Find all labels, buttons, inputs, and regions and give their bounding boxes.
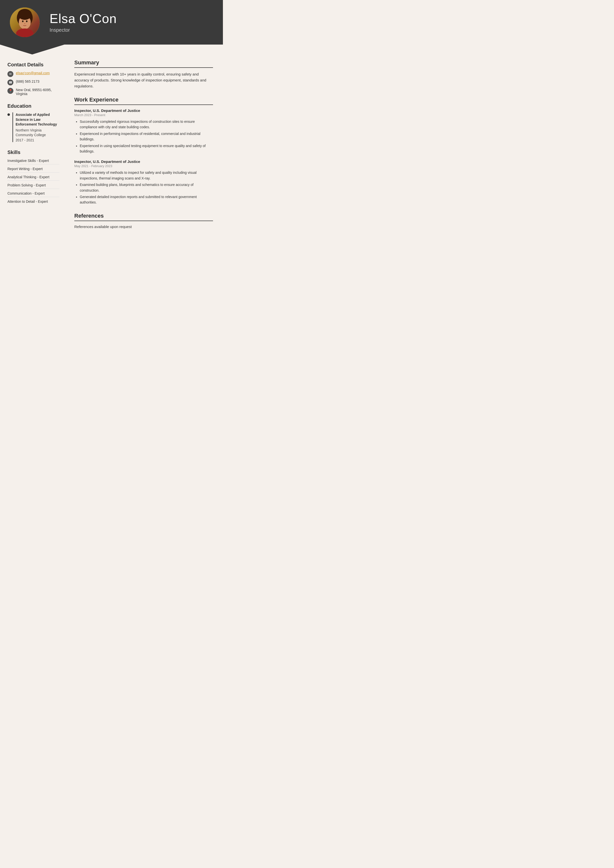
skill-item-0: Investigative Skills - Expert (8, 159, 59, 164)
education-section: Education Associate of Applied Science i… (8, 103, 59, 142)
work-experience-section-title: Work Experience (74, 96, 213, 105)
candidate-name: Elsa O'Con (50, 12, 117, 26)
contact-section: Contact Details ✉ elsao'con@gmail.com ☎ … (8, 62, 59, 96)
resume-header: Elsa O'Con Inspector (0, 0, 223, 45)
job-1-bullets: Utilized a variety of methods to inspect… (74, 170, 213, 205)
location-icon: 📍 (8, 88, 13, 94)
job-0-bullets: Successfully completed rigorous inspecti… (74, 119, 213, 154)
edu-degree: Associate of Applied Science in Law Enfo… (16, 112, 59, 127)
summary-section: Summary Experienced Inspector with 10+ y… (74, 59, 213, 89)
job-0-dates: March 2023 - Present (74, 113, 213, 117)
references-text: References available upon request (74, 225, 213, 229)
job-0: Inspector, U.S. Department of Justice Ma… (74, 108, 213, 154)
right-content: Summary Experienced Inspector with 10+ y… (67, 57, 223, 246)
phone-value: (688) 565 2173 (16, 79, 39, 84)
svg-point-4 (22, 20, 23, 22)
job-1-bullet-1: Examined building plans, blueprints and … (80, 182, 213, 193)
skill-item-3: Problem Solving - Expert (8, 183, 59, 189)
header-text: Elsa O'Con Inspector (50, 12, 117, 33)
job-1-dates: May 2021 - February 2023 (74, 164, 213, 168)
work-experience-section: Work Experience Inspector, U.S. Departme… (74, 96, 213, 205)
summary-text: Experienced Inspector with 10+ years in … (74, 71, 213, 89)
edu-school: Northern Virginia Community College (16, 128, 59, 138)
contact-section-title: Contact Details (8, 62, 59, 68)
candidate-title: Inspector (50, 27, 117, 33)
sidebar: Contact Details ✉ elsao'con@gmail.com ☎ … (0, 57, 67, 246)
contact-address-item: 📍 New Oral, 99551-6095, Virginia (8, 88, 59, 96)
job-1-title: Inspector, U.S. Department of Justice (74, 160, 213, 164)
skills-section-title: Skills (8, 150, 59, 155)
edu-content: Associate of Applied Science in Law Enfo… (12, 112, 59, 142)
job-0-bullet-2: Experienced in using specialized testing… (80, 143, 213, 154)
job-1: Inspector, U.S. Department of Justice Ma… (74, 160, 213, 205)
address-value: New Oral, 99551-6095, Virginia (16, 88, 59, 96)
skill-item-5: Attention to Detail - Expert (8, 200, 59, 205)
email-value[interactable]: elsao'con@gmail.com (16, 71, 50, 75)
main-content: Contact Details ✉ elsao'con@gmail.com ☎ … (0, 45, 223, 246)
job-0-bullet-0: Successfully completed rigorous inspecti… (80, 119, 213, 130)
job-1-bullet-0: Utilized a variety of methods to inspect… (80, 170, 213, 181)
phone-icon: ☎ (8, 79, 13, 85)
avatar (10, 8, 40, 37)
contact-phone-item: ☎ (688) 565 2173 (8, 79, 59, 85)
skill-item-1: Report Writing - Expert (8, 167, 59, 172)
contact-email-item: ✉ elsao'con@gmail.com (8, 71, 59, 77)
references-section: References References available upon req… (74, 213, 213, 229)
job-0-title: Inspector, U.S. Department of Justice (74, 108, 213, 113)
email-icon: ✉ (8, 71, 13, 77)
avatar-image (10, 8, 40, 37)
edu-bullet-icon (8, 113, 10, 116)
education-section-title: Education (8, 103, 59, 109)
summary-section-title: Summary (74, 59, 213, 68)
svg-point-6 (24, 23, 25, 24)
job-1-bullet-2: Generated detailed inspection reports an… (80, 194, 213, 205)
skill-item-4: Communication - Expert (8, 191, 59, 197)
svg-point-3 (16, 28, 33, 37)
job-0-bullet-1: Experienced in performing inspections of… (80, 131, 213, 142)
edu-years: 2017 - 2021 (16, 138, 59, 142)
skill-item-2: Analytical Thinking - Expert (8, 175, 59, 181)
skills-section: Skills Investigative Skills - Expert Rep… (8, 150, 59, 205)
references-section-title: References (74, 213, 213, 221)
svg-point-2 (18, 9, 32, 20)
education-item: Associate of Applied Science in Law Enfo… (8, 112, 59, 142)
svg-point-5 (26, 20, 28, 22)
